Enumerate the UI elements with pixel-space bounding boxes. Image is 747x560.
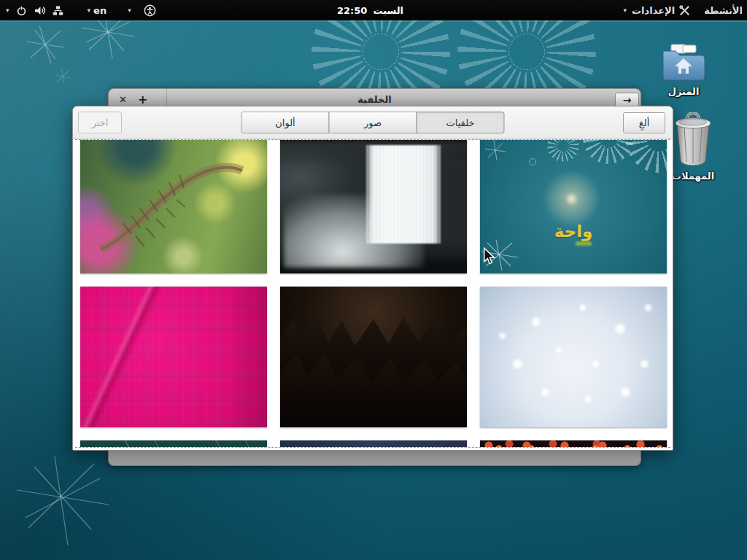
wallpaper-grid: واحة bbox=[75, 139, 670, 448]
settings-window-title: الخلفية bbox=[109, 94, 640, 105]
clock-day: السبت bbox=[373, 5, 403, 16]
wallpaper-thumbnail-waterfall[interactable] bbox=[280, 139, 467, 273]
leaf-layer bbox=[280, 287, 467, 382]
volume-icon[interactable] bbox=[34, 5, 46, 16]
wallpaper-thumbnail-dark-teal-pattern[interactable] bbox=[80, 440, 267, 448]
top-panel: ▾ ▾ en ▾ 22:50 السبت ▾ bbox=[0, 0, 747, 20]
keyboard-layout-menu[interactable]: ▾ en bbox=[88, 0, 107, 20]
desktop-icon-home[interactable]: المنزل bbox=[658, 44, 709, 97]
wallpaper-thumbnail-grass-macro[interactable] bbox=[80, 139, 267, 273]
screen: ▾ ▾ en ▾ 22:50 السبت ▾ bbox=[0, 0, 747, 560]
wallpaper-thumbnail-orange-flowers[interactable] bbox=[480, 440, 667, 448]
settings-app-menu[interactable]: الإعدادات bbox=[632, 5, 690, 16]
cursor-pointer bbox=[482, 247, 497, 265]
select-button[interactable]: اختر bbox=[78, 112, 122, 133]
chevron-down-icon: ▾ bbox=[6, 0, 9, 20]
clock[interactable]: 22:50 السبت bbox=[337, 0, 403, 20]
keyboard-layout-label: en bbox=[93, 5, 107, 16]
home-folder-icon bbox=[661, 44, 706, 83]
background-chooser-dialog: اختر ألوان صور خلفيات ألغِ bbox=[72, 106, 673, 451]
chevron-down-icon: ▾ bbox=[88, 0, 91, 20]
tab-wallpapers[interactable]: خلفيات bbox=[417, 112, 505, 133]
wallpaper-thumbnail-dark-blue[interactable] bbox=[280, 440, 467, 448]
wallpaper-scroll-area[interactable]: واحة bbox=[75, 139, 670, 448]
trash-icon bbox=[672, 112, 714, 168]
chevron-down-icon: ▾ bbox=[623, 0, 627, 20]
cancel-button[interactable]: ألغِ bbox=[623, 112, 665, 133]
settings-window-titlebar[interactable]: الخلفية bbox=[108, 88, 641, 106]
network-icon[interactable] bbox=[53, 5, 63, 16]
wallpaper-rosette-ring bbox=[508, 34, 545, 70]
desktop[interactable]: المنزل المهملات الخلفية → ✕ bbox=[0, 20, 747, 560]
oasis-ring bbox=[529, 158, 536, 166]
desktop-icon-label: المهملات bbox=[665, 171, 721, 182]
oasis-rosette bbox=[626, 139, 667, 173]
oasis-wallpaper-text: واحة bbox=[554, 222, 593, 241]
remove-icon[interactable]: ✕ bbox=[119, 94, 127, 105]
power-icon[interactable] bbox=[16, 5, 27, 16]
settings-window-bottom-edge bbox=[108, 451, 641, 466]
wallpaper-thumbnail-dark-leaves[interactable] bbox=[280, 287, 467, 427]
clock-time: 22:50 bbox=[337, 5, 367, 16]
wallpaper-thumbnail-pink-fabric[interactable] bbox=[80, 287, 267, 427]
wallpaper-rosette-ring bbox=[363, 34, 399, 70]
status-area[interactable]: ▾ ▾ en ▾ bbox=[6, 0, 156, 20]
settings-menu-label: الإعدادات bbox=[632, 5, 675, 16]
add-icon[interactable]: + bbox=[138, 93, 147, 106]
desktop-icon-trash[interactable]: المهملات bbox=[665, 112, 721, 182]
tab-colors[interactable]: ألوان bbox=[241, 112, 330, 133]
wallpaper-thumbnail-oasis[interactable]: واحة bbox=[480, 139, 667, 273]
chevron-down-icon[interactable]: ▾ bbox=[128, 0, 131, 20]
tab-group: ألوان صور خلفيات bbox=[241, 112, 505, 133]
oasis-rosette bbox=[547, 139, 579, 162]
tab-pictures[interactable]: صور bbox=[329, 112, 417, 133]
toolbar-separator bbox=[166, 89, 167, 106]
activities-button[interactable]: الأنشطة bbox=[704, 5, 743, 16]
oasis-sparkle bbox=[484, 139, 513, 168]
oasis-wallpaper-subtext bbox=[576, 241, 592, 246]
settings-tools-icon bbox=[679, 5, 690, 16]
wheat-spike bbox=[80, 139, 267, 273]
dialog-header: اختر ألوان صور خلفيات ألغِ bbox=[73, 106, 673, 139]
wallpaper-thumbnail-dandelion[interactable] bbox=[480, 287, 667, 427]
accessibility-icon[interactable] bbox=[144, 4, 156, 17]
desktop-icon-label: المنزل bbox=[658, 86, 709, 97]
waterfall-column bbox=[366, 145, 441, 244]
